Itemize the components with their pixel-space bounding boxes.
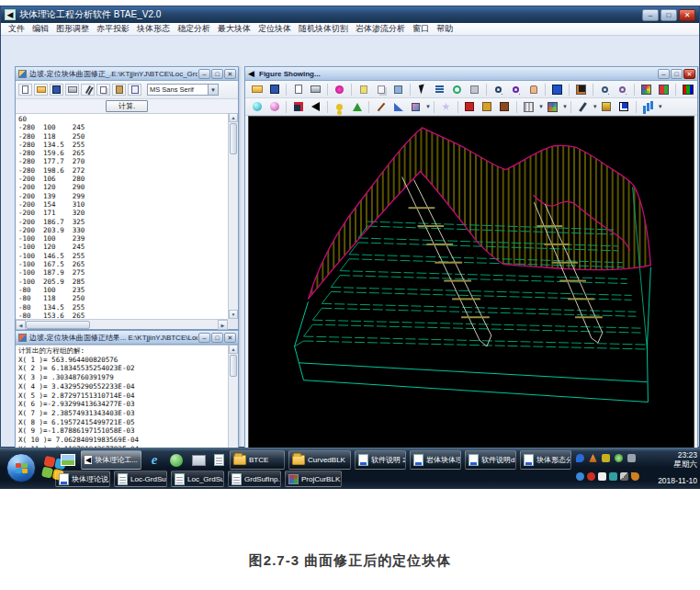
task-doc-2[interactable]: 岩体块体理... [410,450,461,470]
menu-random-block-cut[interactable]: 随机块体切割 [295,23,352,35]
scroll-up-icon[interactable]: ▲ [229,345,238,354]
font-select[interactable]: MS Sans Serif ▼ [147,84,219,96]
task2-loc-grdsuf1[interactable]: Loc-GrdSuf... [114,471,167,487]
zoom-in-icon[interactable] [597,83,613,96]
task2-doc[interactable]: 块体理论说... [55,471,110,487]
copy-icon[interactable] [96,84,110,96]
menu-help[interactable]: 帮助 [433,23,457,35]
new-page-icon[interactable] [290,83,306,96]
graphics-tray-icon[interactable] [589,454,597,462]
paste-icon[interactable] [112,84,126,96]
menu-file[interactable]: 文件 [5,23,28,35]
network-icon[interactable] [609,472,617,481]
start-button[interactable] [6,453,36,482]
copy-page-icon[interactable] [356,83,371,96]
zoom-window-icon[interactable] [491,83,506,96]
lambda-icon[interactable] [349,100,365,114]
editor-hscroll-thumb[interactable] [26,321,90,329]
figure-titlebar[interactable]: ◀ Figure Showing... – □ ✕ [245,67,697,81]
input-method-icon[interactable] [620,472,628,481]
doc-tray-icon[interactable] [598,472,606,481]
editor-close-button[interactable]: ✕ [224,69,236,79]
task2-grdsufinp[interactable]: GrdSufInp.t... [228,471,281,487]
figure-close-button[interactable]: ✕ [683,69,695,79]
rgb-icon[interactable] [680,83,695,96]
scroll-left-icon[interactable]: ◀ [16,320,26,330]
menu-block-shape[interactable]: 块体形态 [133,23,174,35]
sphere-cyan-icon[interactable] [249,100,265,114]
editor-text-area[interactable]: 60 -280 100 245 -280 118 250 -280 134.5 … [16,113,228,319]
task-folder-curvedblk[interactable]: CurvedBLK [288,450,351,470]
results-close-button[interactable]: ✕ [224,333,236,343]
task2-loc-grdsuf2[interactable]: Loc_GrdSuf... [171,471,224,487]
task-doc-4[interactable]: 块体形态分... [520,450,571,470]
brush-icon[interactable] [575,100,591,114]
results-text-area[interactable]: 计算出的方程组的解: X( 1 )= 563.964400820576 X( 2… [16,345,228,463]
fill-icon[interactable] [599,100,615,114]
main-titlebar[interactable]: ◀ 块体理论工程分析软件 BTAE_V2.0 – □ ✕ [1,6,699,23]
editor-maximize-button[interactable]: □ [211,69,223,79]
new-file-icon[interactable] [18,84,32,96]
results-vscroll-thumb[interactable] [230,355,237,377]
open-file-icon[interactable] [34,84,48,96]
editor-minimize-button[interactable]: – [198,69,210,79]
sphere-pink-icon[interactable] [266,100,282,114]
figure-minimize-button[interactable]: – [658,69,670,79]
alert-tray-icon[interactable] [587,472,595,481]
minimize-button[interactable]: – [642,9,659,21]
dark-view-icon[interactable] [573,83,589,96]
box-brown-icon[interactable] [497,100,513,114]
picture-app-icon[interactable] [59,451,77,469]
menu-edit[interactable]: 编辑 [28,23,52,35]
paint-dropdown-icon[interactable]: ▼ [425,104,431,109]
pan-icon[interactable] [432,83,447,96]
print-icon[interactable] [65,84,79,96]
print-icon[interactable] [308,83,323,96]
results-titlebar[interactable]: 边坡-定位块体曲面修正结果... E:\KTjjinYJ\BTCE\Loc_Gr… [16,331,238,345]
editor-hscrollbar[interactable]: ◀ ▶ [16,319,228,329]
task-doc-1[interactable]: 软件说明 2... [355,450,406,470]
font-dropdown-icon[interactable]: ▼ [208,85,218,95]
box-select-icon[interactable] [467,83,482,96]
notepad-app-icon[interactable] [209,451,228,469]
person-icon[interactable] [332,100,347,114]
zoom-dynamic-icon[interactable] [508,83,524,96]
results-maximize-button[interactable]: □ [211,333,223,343]
blue-doc-icon[interactable] [616,100,632,114]
menu-max-block[interactable]: 最大块体 [214,23,254,35]
brush-dropdown-icon[interactable]: ▼ [593,104,598,109]
photo-viewer-icon[interactable] [189,451,208,469]
menu-locate-block[interactable]: 定位块体 [254,23,295,35]
task-doc-3[interactable]: 软件说明d... [465,450,516,470]
editor-vscroll-thumb[interactable] [230,123,237,154]
record-icon[interactable] [332,83,347,96]
scroll-down-icon[interactable]: ▼ [229,310,238,319]
zoom-out-icon[interactable] [615,83,630,96]
open-icon[interactable] [249,83,265,96]
pattern-dropdown-icon[interactable]: ▼ [562,104,568,109]
texture-icon[interactable] [638,83,654,96]
display-tray-icon[interactable] [627,454,636,462]
ie-icon[interactable]: e [145,451,164,469]
figure-canvas[interactable] [248,116,694,457]
menu-seepage[interactable]: 岩体渗流分析 [352,23,409,35]
menu-graph-adjust[interactable]: 图形调整 [52,23,93,35]
task-btae[interactable]: ◀ 块体理论工... [81,450,141,470]
green-e-icon[interactable] [167,451,186,469]
scroll-right-icon[interactable]: ▶ [218,320,228,330]
volume-icon[interactable] [602,454,610,462]
pattern-icon[interactable] [545,100,560,114]
pages-icon[interactable] [373,83,389,96]
task-folder-btce[interactable]: BTCE [230,450,285,470]
pen-icon[interactable] [373,100,389,114]
hand-icon[interactable] [525,83,541,96]
grid-dropdown-icon[interactable]: ▼ [538,104,544,109]
security-shield-icon[interactable] [576,454,584,462]
coin-tray-icon[interactable] [615,454,623,462]
editor-titlebar[interactable]: 边坡-定位块体曲面修正_.E:\KTjjinYJ\BTCE\Loc_GrdSuf… [16,67,238,81]
back-arrow-icon[interactable] [308,100,323,114]
font-icon[interactable] [128,84,141,96]
box-red-icon[interactable] [462,100,478,114]
grid-icon[interactable] [521,100,536,114]
box-gold-icon[interactable] [480,100,495,114]
